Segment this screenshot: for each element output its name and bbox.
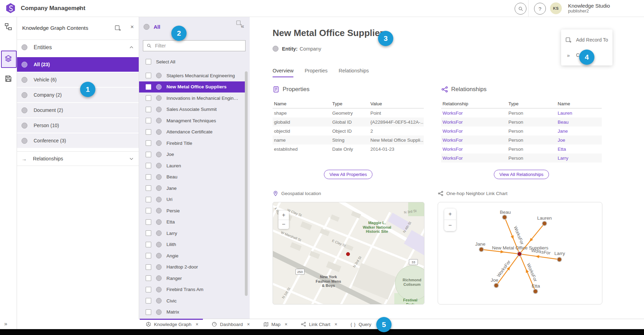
checkbox[interactable] [146, 129, 151, 135]
layers-icon[interactable] [5, 55, 12, 62]
close-icon[interactable]: × [285, 321, 287, 327]
entity-list-item[interactable]: Beau [139, 171, 245, 183]
graph-node[interactable] [503, 215, 507, 220]
record-link[interactable]: WorksFor [441, 153, 507, 162]
entities-section-header[interactable]: Entities [17, 41, 139, 54]
entity-list-item[interactable]: Persie [139, 205, 245, 217]
entity-list-item[interactable]: Larry [139, 228, 245, 239]
entity-list-item[interactable]: Uri [139, 194, 245, 205]
record-link[interactable]: Jane [556, 126, 602, 135]
checkbox[interactable] [146, 275, 151, 281]
select-all-checkbox[interactable] [146, 59, 151, 64]
close-icon[interactable]: × [334, 321, 337, 327]
checkbox[interactable] [146, 298, 151, 303]
zoom-in-button[interactable]: + [278, 211, 289, 220]
entity-list-item[interactable]: Sales Associate Summit [139, 104, 245, 115]
record-link[interactable]: WorksFor [441, 108, 507, 118]
add-record-icon[interactable] [236, 20, 242, 26]
checkbox[interactable] [146, 287, 151, 292]
expand-rail-icon[interactable]: » [4, 321, 7, 327]
record-link[interactable]: Joe [556, 135, 602, 144]
entity-list-item[interactable]: Ranger [139, 273, 245, 284]
checkbox[interactable] [146, 185, 151, 191]
record-link[interactable]: Etta [556, 144, 602, 153]
entity-list-item[interactable]: Matrix [139, 307, 245, 318]
geospatial-map[interactable]: k RdW Clay StW Marshall StE Clay StN 3rd… [273, 202, 424, 305]
tab-overview[interactable]: Overview [273, 68, 293, 77]
entity-list-item[interactable]: Civic [139, 295, 245, 307]
search-button[interactable] [515, 3, 526, 15]
menu-item-add-record-to[interactable]: Add Record To [561, 32, 612, 47]
chevron-down-icon[interactable] [129, 156, 134, 161]
view-all-relationships-button[interactable]: View All Relationships [494, 170, 549, 179]
entity-list-item[interactable]: Firebird Trans Am [139, 284, 245, 296]
checkbox[interactable] [146, 163, 151, 168]
checkbox[interactable] [146, 208, 151, 213]
graph-node[interactable] [533, 289, 538, 294]
record-link[interactable]: Larry [556, 153, 602, 162]
entity-list-item[interactable]: Jane [139, 183, 245, 194]
checkbox[interactable] [146, 174, 151, 180]
checkbox[interactable] [146, 197, 151, 202]
tab-properties[interactable]: Properties [304, 68, 327, 77]
close-icon[interactable]: × [196, 321, 198, 327]
bottom-tab-dashboard[interactable]: Dashboard× [212, 321, 250, 327]
user-info[interactable]: Knowledge Studio publisher2 [568, 3, 610, 14]
checkbox[interactable] [146, 309, 151, 315]
one-hop-link-chart[interactable]: WorksForWorksForWorksForWorksForBeauLaur… [438, 202, 602, 305]
view-all-properties-button[interactable]: View All Properties [324, 170, 372, 179]
checkbox[interactable] [146, 264, 151, 270]
entity-list-item[interactable]: Hardtop 2-door [139, 262, 245, 273]
relationships-section-header[interactable]: → Relationships [17, 151, 139, 166]
record-link[interactable]: WorksFor [441, 117, 507, 126]
checkbox[interactable] [146, 118, 151, 123]
checkbox[interactable] [146, 253, 151, 258]
add-record-icon[interactable] [114, 25, 121, 31]
select-all-row[interactable]: Select All [139, 55, 250, 68]
checkbox[interactable] [146, 73, 151, 78]
checkbox[interactable] [146, 152, 151, 157]
record-link[interactable]: Lauren [556, 108, 602, 118]
user-avatar[interactable]: KS [550, 2, 562, 14]
entity-list-item[interactable]: Managment Techniques [139, 115, 245, 126]
entity-type-item[interactable]: All (23) [17, 57, 139, 72]
entity-type-item[interactable]: Person (10) [17, 118, 139, 133]
bottom-tab-knowledge-graph[interactable]: Knowledge Graph× [146, 321, 198, 327]
zoom-out-button[interactable]: − [278, 220, 289, 229]
entity-list-item[interactable]: Innovations in Mechanical Engin… [139, 92, 245, 104]
entity-type-item[interactable]: Vehicle (6) [17, 72, 139, 87]
entity-type-item[interactable]: Company (2) [17, 88, 139, 102]
record-link[interactable]: Beau [556, 117, 602, 126]
chevron-up-icon[interactable] [129, 45, 134, 50]
checkbox[interactable] [146, 140, 151, 146]
entity-list-item[interactable]: Lilith [139, 239, 245, 250]
entity-type-item[interactable]: Conference (3) [17, 133, 139, 148]
bottom-tab-map[interactable]: Map× [263, 321, 287, 327]
record-location-marker[interactable] [346, 252, 350, 256]
checkbox[interactable] [146, 242, 151, 247]
entity-list-item[interactable]: Firebird Title [139, 138, 245, 149]
record-link[interactable]: WorksFor [441, 135, 507, 144]
scrollbar[interactable] [245, 71, 248, 296]
bottom-tab-query[interactable]: { }Query [351, 322, 371, 327]
graph-node[interactable] [479, 247, 484, 252]
close-panel-icon[interactable]: × [130, 24, 134, 30]
zoom-in-button[interactable]: + [444, 209, 456, 220]
help-button[interactable]: ? [534, 3, 546, 15]
checkbox[interactable] [146, 84, 151, 90]
close-icon[interactable]: × [247, 321, 250, 327]
center-graph-node[interactable] [517, 252, 522, 256]
tab-relationships[interactable]: Relationships [339, 68, 369, 77]
graph-node[interactable] [542, 221, 547, 226]
entity-list-item[interactable]: New Metal Office Suppliers [139, 81, 245, 93]
filter-input[interactable] [154, 43, 245, 49]
entity-type-item[interactable]: Document (2) [17, 103, 139, 117]
entity-list-item[interactable]: Etta [139, 217, 245, 228]
entity-list-item[interactable]: Lauren [139, 160, 245, 171]
checkbox[interactable] [146, 95, 151, 101]
edit-title-icon[interactable] [76, 5, 82, 11]
record-link[interactable]: WorksFor [441, 144, 507, 153]
graph-node[interactable] [494, 283, 499, 288]
checkbox[interactable] [146, 230, 151, 236]
entity-list-item[interactable]: Joe [139, 149, 245, 160]
